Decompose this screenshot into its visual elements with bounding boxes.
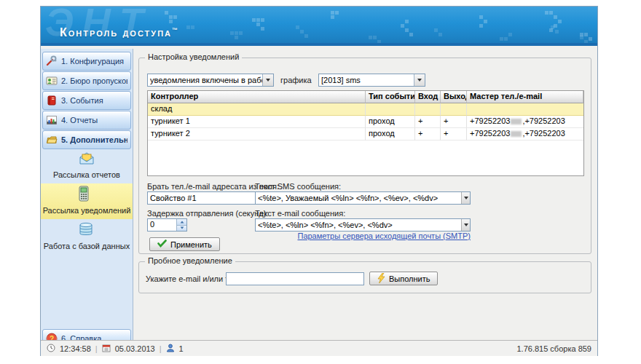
status-version: 1.76.815 сборка 859	[517, 344, 592, 353]
check-icon	[157, 240, 167, 249]
group-title: Пробное уведомление	[145, 256, 235, 265]
app-title: Контроль доступа™	[60, 26, 178, 39]
sidebar-item-label: 2. Бюро пропусков	[61, 76, 127, 85]
spinner-up-button[interactable]	[177, 219, 186, 226]
calendar-icon	[102, 344, 111, 354]
smtp-settings-link[interactable]: Параметры сервера исходящей почты (SMTP)	[255, 232, 471, 240]
status-bar: 12:34:58 | 05.03.2013 | 1 1.76.815 сборк…	[41, 340, 597, 356]
test-notification-group: Пробное уведомление Укажите e-mail и/или…	[138, 261, 591, 293]
redacted-digits	[511, 131, 522, 137]
column-header-out[interactable]: Выход	[441, 91, 467, 103]
email-text-input[interactable]	[255, 218, 471, 232]
column-header-event-type[interactable]: Тип события	[366, 91, 415, 103]
delay-label: Задержка отправления (секунд):	[147, 209, 268, 218]
sidebar: 1. Конфигурация 2. Бюро пропусков 3. Соб…	[41, 49, 133, 340]
submenu-item-notification-mailing[interactable]: Рассылка уведомлений	[41, 183, 133, 219]
table-row[interactable]: склад	[148, 103, 583, 116]
user-icon	[166, 344, 175, 354]
status-users-count: 1	[179, 344, 184, 353]
submenu-item-report-mailing[interactable]: Рассылка отчетов	[41, 149, 133, 183]
header-pixel-decor	[186, 25, 190, 29]
sms-text-input[interactable]	[255, 191, 471, 205]
clock-icon	[47, 344, 55, 354]
chart-icon	[46, 114, 58, 126]
table-header-row: Контроллер Тип события Вход Выход Мастер…	[148, 91, 583, 103]
submenu-item-label: Рассылка отчетов	[53, 170, 120, 179]
folder-icon	[46, 134, 58, 146]
schedule-select[interactable]: [2013] sms	[318, 74, 425, 87]
column-header-in[interactable]: Вход	[415, 91, 441, 103]
lightning-icon	[377, 273, 385, 285]
column-header-master[interactable]: Мастер тел./e-mail	[467, 91, 583, 103]
status-time: 12:34:58	[60, 344, 91, 353]
submenu-item-label: Рассылка уведомлений	[43, 206, 131, 215]
submenu-item-database[interactable]: Работа с базой данных	[41, 219, 133, 255]
sms-text-label: Текст SMS сообщения:	[255, 182, 341, 191]
chevron-down-icon[interactable]	[461, 192, 470, 204]
phone-icon	[78, 186, 95, 202]
email-text-label: Текст e-mail сообщения:	[255, 209, 345, 218]
badge-icon	[46, 75, 58, 87]
sidebar-item-events[interactable]: 3. События	[42, 91, 131, 110]
sidebar-item-label: 1. Конфигурация	[61, 57, 124, 66]
app-window: ЭНТ Контроль доступа™ 1. Конфигурация 2.…	[40, 6, 598, 356]
apply-button[interactable]: Применить	[149, 237, 220, 251]
sidebar-item-label: 5. Дополнительно	[61, 135, 127, 144]
sidebar-item-additional[interactable]: 5. Дополнительно	[42, 130, 131, 149]
controllers-table[interactable]: Контроллер Тип события Вход Выход Мастер…	[147, 90, 584, 176]
envelope-icon	[78, 151, 95, 166]
column-header-controller[interactable]: Контроллер	[148, 91, 366, 103]
delay-spinner[interactable]: 0	[147, 218, 187, 232]
sidebar-item-configuration[interactable]: 1. Конфигурация	[42, 52, 131, 71]
spinner-down-button[interactable]	[177, 226, 186, 232]
notification-settings-group: Настройка уведомлений уведомления включе…	[138, 58, 591, 254]
database-icon	[78, 221, 95, 237]
book-icon	[46, 95, 58, 106]
header-pixel-decor	[165, 11, 168, 15]
submenu-item-label: Работа с базой данных	[44, 242, 130, 250]
schedule-label: графика	[280, 76, 312, 84]
sidebar-item-label: 4. Отчеты	[61, 116, 98, 124]
table-row[interactable]: турникет 1 проход + + +79252203,+7925220…	[148, 116, 583, 128]
sidebar-item-pass-office[interactable]: 2. Бюро пропусков	[42, 71, 131, 90]
chevron-down-icon[interactable]	[262, 74, 273, 86]
group-title: Настройка уведомлений	[145, 52, 242, 61]
app-header: ЭНТ Контроль доступа™	[41, 7, 597, 46]
table-row[interactable]: турникет 2 проход + + +79252203,+7925220…	[148, 128, 583, 141]
recipient-input[interactable]	[226, 272, 364, 285]
redacted-digits	[511, 119, 522, 124]
additional-submenu: Рассылка отчетов Рассылка уведомлений Ра…	[41, 149, 133, 255]
sidebar-item-label: 3. События	[61, 96, 103, 105]
chevron-down-icon[interactable]	[414, 74, 425, 86]
sidebar-item-reports[interactable]: 4. Отчеты	[42, 111, 131, 130]
trademark-symbol: ™	[172, 27, 178, 33]
chevron-down-icon[interactable]	[461, 219, 470, 231]
run-button[interactable]: Выполнить	[369, 272, 438, 285]
notification-mode-select[interactable]: уведомления включены в рабочее время	[147, 74, 274, 87]
status-date: 05.03.2013	[115, 344, 155, 353]
wrench-icon	[46, 55, 58, 67]
